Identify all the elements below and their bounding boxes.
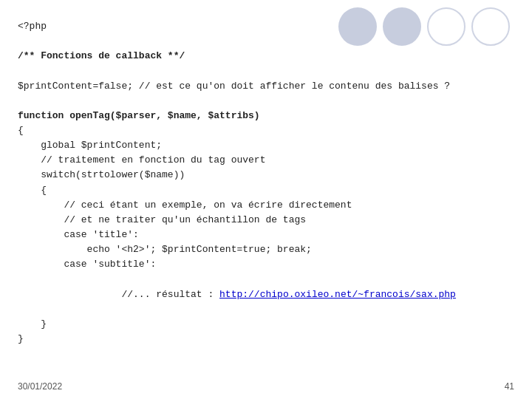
code-area: <?php /** Fonctions de callback **/ $pri… <box>18 19 514 347</box>
line-switch: switch(strtolower($name)) <box>18 168 514 183</box>
line-printcontent: $printContent=false; // est ce qu'on doi… <box>18 79 514 94</box>
comment-res-text: //... résultat : <box>52 289 219 300</box>
line-case-sub: case 'subtitle': <box>18 257 514 272</box>
line-global: global $printContent; <box>18 138 514 153</box>
line-ceci: // ceci étant un exemple, on va écrire d… <box>18 198 514 213</box>
line-comment-res: //... résultat : http://chipo.oxileo.net… <box>18 272 514 316</box>
footer: 30/01/2022 41 <box>18 381 514 392</box>
comment-header: /** Fonctions de callback **/ <box>18 49 514 64</box>
line-case-title: case 'title': <box>18 228 514 242</box>
circle-1 <box>338 7 377 46</box>
circle-3 <box>427 7 466 46</box>
footer-date: 30/01/2022 <box>18 381 62 392</box>
slide: <?php /** Fonctions de callback **/ $pri… <box>0 0 532 399</box>
brace-open2: { <box>18 183 514 198</box>
function-signature: function openTag($parser, $name, $attrib… <box>18 109 514 123</box>
circle-4 <box>471 7 510 46</box>
line-et: // et ne traiter qu'un échantillon de ta… <box>18 213 514 228</box>
brace-close-outer: } <box>18 332 514 347</box>
line-comment1: // traitement en fonction du tag ouvert <box>18 153 514 168</box>
brace-close-inner: } <box>18 317 514 332</box>
sax-link[interactable]: http://chipo.oxileo.net/~francois/sax.ph… <box>219 289 456 300</box>
line-echo: echo '<h2>'; $printContent=true; break; <box>18 242 514 257</box>
decorative-circles <box>338 7 510 46</box>
circle-2 <box>383 7 421 46</box>
brace-open: { <box>18 123 514 138</box>
footer-page: 41 <box>505 381 514 392</box>
